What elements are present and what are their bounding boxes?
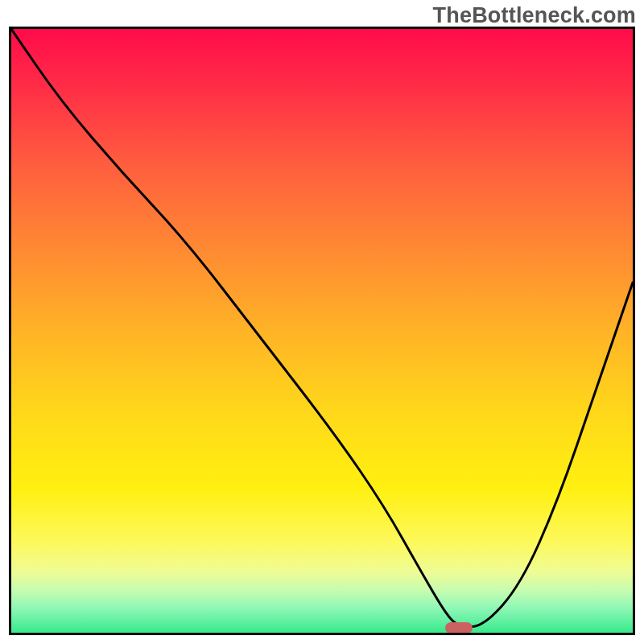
plot-frame [9, 27, 635, 635]
optimum-marker [445, 622, 473, 634]
watermark-text: TheBottleneck.com [433, 3, 636, 28]
bottleneck-curve [11, 29, 633, 633]
chart-stage: TheBottleneck.com [0, 0, 644, 644]
